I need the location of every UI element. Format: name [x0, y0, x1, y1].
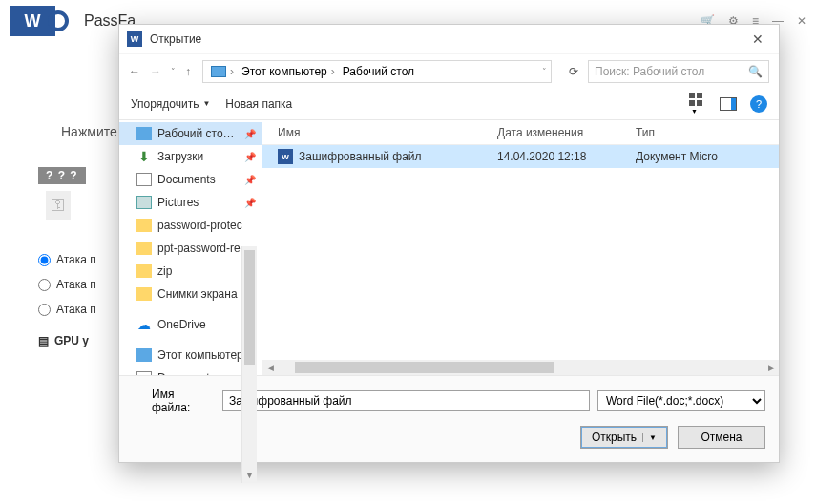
sidebar-item-8[interactable]: ☁OneDrive: [119, 313, 262, 336]
dialog-titlebar: W Открытие ✕: [119, 25, 779, 53]
nav-forward-button[interactable]: →: [150, 65, 161, 78]
file-type-filter[interactable]: Word File(*.doc;*.docx): [597, 390, 765, 411]
filename-input[interactable]: [222, 390, 590, 411]
sidebar-item-label: Загрузки: [157, 150, 203, 163]
sidebar-item-label: ppt-password-re: [157, 242, 241, 255]
sidebar-item-3[interactable]: Pictures📌: [119, 191, 262, 214]
pin-icon: 📌: [244, 129, 256, 139]
sidebar-item-4[interactable]: password-protec: [119, 214, 262, 237]
dialog-title: Открытие: [150, 32, 201, 46]
breadcrumb-bar[interactable]: › Этот компьютер› Рабочий стол ˅: [202, 60, 552, 83]
app-hint: Нажмите: [61, 124, 117, 139]
gpu-section: ▤GPU у: [38, 334, 89, 347]
close-icon[interactable]: ✕: [797, 14, 806, 28]
dialog-close-button[interactable]: ✕: [744, 30, 771, 49]
breadcrumb-root[interactable]: Этот компьютер: [241, 65, 327, 78]
dialog-footer: Имя файла: Word File(*.doc;*.docx) Откры…: [119, 375, 779, 462]
pin-icon: 📌: [244, 152, 256, 162]
mask-badge: ? ? ?: [38, 167, 86, 184]
attack-radio-3[interactable]: Атака п: [38, 303, 96, 316]
sidebar-item-10[interactable]: Documents: [119, 367, 262, 375]
nav-up-button[interactable]: ↑: [185, 65, 191, 78]
sidebar-item-label: password-protec: [157, 219, 242, 232]
dialog-navbar: ← → ˅ ↑ › Этот компьютер› Рабочий стол ˅…: [119, 53, 779, 88]
sidebar-item-label: Снимки экрана: [157, 287, 238, 301]
sidebar-item-label: Рабочий сто…: [157, 127, 235, 140]
sidebar-scrollbar[interactable]: ▲▼: [241, 246, 257, 483]
sidebar-item-2[interactable]: Documents📌: [119, 168, 262, 191]
view-options-button[interactable]: ▼: [689, 93, 706, 115]
breadcrumb-folder[interactable]: Рабочий стол: [343, 65, 414, 78]
monitor-icon: [211, 66, 226, 77]
sidebar-item-label: Этот компьютер: [157, 348, 243, 362]
file-list: Имя Дата изменения Тип WЗашифрованный фа…: [262, 120, 779, 375]
cancel-button[interactable]: Отмена: [678, 426, 765, 449]
sidebar-item-label: zip: [157, 264, 172, 278]
word-doc-icon: W: [278, 149, 293, 164]
organize-menu[interactable]: Упорядочить▼: [131, 97, 210, 111]
attack-options: Атака п Атака п Атака п: [38, 253, 96, 316]
key-icon: ⚿: [46, 191, 71, 220]
search-input[interactable]: Поиск: Рабочий стол 🔍: [588, 60, 769, 83]
sidebar-item-label: Pictures: [157, 196, 199, 209]
filename-label: Имя файла:: [133, 388, 215, 414]
nav-back-button[interactable]: ←: [129, 65, 140, 78]
search-placeholder: Поиск: Рабочий стол: [595, 65, 704, 78]
app-logo-icon: W: [10, 6, 55, 36]
refresh-button[interactable]: ⟳: [563, 65, 584, 78]
sidebar-item-label: Documents: [157, 371, 216, 375]
file-open-dialog: W Открытие ✕ ← → ˅ ↑ › Этот компьютер› Р…: [118, 24, 780, 463]
nav-recent-dropdown[interactable]: ˅: [171, 67, 176, 76]
sidebar-item-0[interactable]: Рабочий сто…📌: [119, 122, 262, 145]
col-name[interactable]: Имя: [278, 126, 497, 139]
sidebar-item-label: OneDrive: [157, 318, 206, 331]
sidebar-item-7[interactable]: Снимки экрана: [119, 283, 262, 305]
pin-icon: 📌: [244, 198, 256, 208]
sidebar-item-9[interactable]: Этот компьютер: [119, 344, 262, 367]
sidebar-item-5[interactable]: ppt-password-re: [119, 237, 262, 260]
open-button[interactable]: Открыть ▼: [580, 426, 668, 449]
col-type[interactable]: Тип: [636, 126, 779, 139]
search-icon: 🔍: [748, 65, 763, 78]
help-icon[interactable]: ?: [750, 95, 767, 113]
sidebar-item-label: Documents: [157, 173, 216, 186]
sidebar-item-1[interactable]: ⬇Загрузки📌: [119, 145, 262, 168]
col-modified[interactable]: Дата изменения: [497, 126, 636, 139]
attack-radio-2[interactable]: Атака п: [38, 278, 96, 291]
horizontal-scrollbar[interactable]: ◀▶: [262, 360, 779, 375]
pin-icon: 📌: [244, 175, 256, 185]
attack-radio-1[interactable]: Атака п: [38, 253, 96, 266]
file-row[interactable]: WЗашифрованный файл14.04.2020 12:18Докум…: [262, 145, 779, 168]
dialog-toolbar: Упорядочить▼ Новая папка ▼ ?: [119, 88, 779, 120]
preview-pane-button[interactable]: [720, 97, 737, 111]
word-icon: W: [127, 32, 142, 47]
sidebar-item-6[interactable]: zip: [119, 260, 262, 283]
new-folder-button[interactable]: Новая папка: [225, 97, 292, 111]
column-headers[interactable]: Имя Дата изменения Тип: [262, 120, 779, 145]
